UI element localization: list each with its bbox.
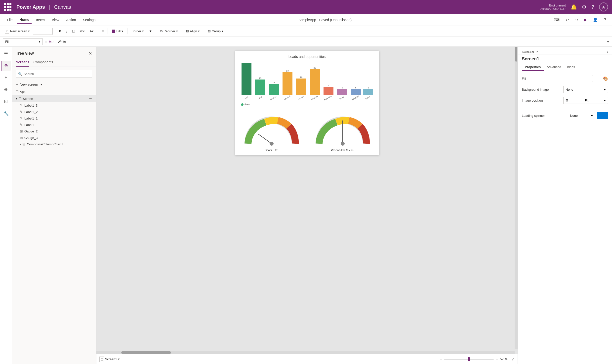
canvas-scroll[interactable]: Leads and opportunities 31 15 11 22 16 xyxy=(96,47,518,354)
hamburger-btn[interactable]: ☰ xyxy=(1,49,11,59)
treeview-tabs: Screens Components xyxy=(12,58,96,67)
user-btn[interactable]: 👤 xyxy=(591,16,600,24)
user-avatar[interactable]: A xyxy=(599,2,608,11)
menu-action[interactable]: Action xyxy=(63,16,79,23)
fx-label: fx › xyxy=(49,40,54,44)
app-grid-icon[interactable] xyxy=(4,3,11,11)
loading-spinner-label: Loading spinner xyxy=(522,114,545,118)
gear-icon[interactable]: ⚙ xyxy=(582,4,586,10)
italic-btn[interactable]: I xyxy=(64,28,69,34)
style-box[interactable] xyxy=(33,28,53,35)
codev-icon[interactable]: ⌨ xyxy=(552,16,562,24)
tree-item-gauge3[interactable]: ⊞ Gauge_3 xyxy=(12,134,96,141)
redo-btn[interactable]: ↪ xyxy=(573,16,580,24)
tools-btn[interactable]: 🔧 xyxy=(1,108,11,118)
scrollbar-vertical[interactable] xyxy=(515,47,518,349)
scrollbar-horizontal[interactable] xyxy=(96,351,515,354)
gauge2-icon: ⊞ xyxy=(20,129,23,133)
data-btn[interactable]: ⊕ xyxy=(1,84,11,94)
divider1 xyxy=(522,108,608,108)
tab-properties[interactable]: Properties xyxy=(522,64,544,71)
underline-btn[interactable]: U xyxy=(70,28,77,34)
fill-chevron: ▾ xyxy=(122,29,123,33)
svg-point-33 xyxy=(341,142,345,146)
tree-item-screen1[interactable]: ▾ □ Screen1 ··· xyxy=(12,95,96,102)
screen1-label: Screen1 xyxy=(23,97,35,101)
bell-icon[interactable]: 🔔 xyxy=(571,4,577,10)
image-position-dropdown[interactable]: ⊡ Fit ▾ xyxy=(563,97,608,104)
menu-view[interactable]: View xyxy=(49,16,62,23)
toolbar: □ New screen ▾ B I U abc A▾ ≡ Fill ▾ Bor… xyxy=(0,26,612,37)
gauge2-container: Probability % - 45 xyxy=(314,114,371,152)
font-color-btn[interactable]: A▾ xyxy=(88,28,96,34)
chevron-down-btn[interactable]: ▼ xyxy=(147,28,154,34)
reorder-btn[interactable]: ⧉ Reorder ▾ xyxy=(158,28,180,34)
border-btn[interactable]: Border ▾ xyxy=(129,28,146,34)
canvas-frame[interactable]: Leads and opportunities 31 15 11 22 16 xyxy=(235,51,379,155)
spinner-color-btn[interactable] xyxy=(597,112,608,119)
treeview-close-btn[interactable]: ✕ xyxy=(88,51,92,56)
tree-item-gauge2[interactable]: ⊞ Gauge_2 xyxy=(12,128,96,134)
search-box[interactable]: 🔍 xyxy=(16,70,92,78)
strikethrough-btn[interactable]: abc xyxy=(78,28,87,34)
fill-swatch[interactable] xyxy=(592,75,601,82)
media-btn[interactable]: ⊡ xyxy=(1,96,11,106)
align-icon: ⊟ xyxy=(186,29,189,33)
search-input[interactable] xyxy=(24,72,90,76)
group-btn[interactable]: ⊡ Group ▾ xyxy=(206,28,225,34)
loading-spinner-dropdown[interactable]: None ▾ xyxy=(568,112,595,119)
fill-paint-icon[interactable]: 🎨 xyxy=(603,76,608,81)
formula-property[interactable]: Fill ▾ xyxy=(3,38,43,45)
bold-btn[interactable]: B xyxy=(57,28,63,34)
play-btn[interactable]: ▶ xyxy=(582,16,589,24)
gauge1-container: Score 20 xyxy=(243,114,300,152)
tab-advanced[interactable]: Advanced xyxy=(544,64,564,71)
zoom-plus[interactable]: + xyxy=(496,357,498,362)
tree-item-composite[interactable]: › ⊞ CompositeColumnChart1 xyxy=(12,141,96,147)
formula-expand-icon[interactable]: ▾ xyxy=(607,39,609,44)
menu-home[interactable]: Home xyxy=(17,16,32,24)
menu-settings[interactable]: Settings xyxy=(80,16,99,23)
logo-separator: | xyxy=(49,4,50,10)
environment-info: Environment AuroraAPICnu45187 xyxy=(540,4,566,10)
bg-image-row: Background image None ▾ xyxy=(522,86,608,93)
tree-item-label1-3[interactable]: ✎ Label1_3 xyxy=(12,102,96,109)
fill-btn[interactable]: Fill ▾ xyxy=(110,28,125,34)
tab-screens[interactable]: Screens xyxy=(16,58,29,67)
bg-image-label: Background image xyxy=(522,88,549,91)
tab-components[interactable]: Components xyxy=(33,58,53,67)
zoom-slider[interactable] xyxy=(444,359,494,360)
add-btn[interactable]: + xyxy=(1,73,11,82)
svg-text:15: 15 xyxy=(259,77,261,80)
tree-item-label1[interactable]: ✎ Label1 xyxy=(12,121,96,128)
bg-image-dropdown[interactable]: None ▾ xyxy=(563,86,608,93)
border-label: Border xyxy=(131,29,141,33)
undo-btn[interactable]: ↩ xyxy=(564,16,571,24)
composite-icon: ⊞ xyxy=(22,142,25,146)
screen1-more[interactable]: ··· xyxy=(89,96,92,101)
tab-ideas[interactable]: Ideas xyxy=(564,64,578,71)
new-screen-btn[interactable]: □ New screen ▾ xyxy=(3,28,32,35)
help-icon[interactable]: ? xyxy=(591,4,594,10)
panel-expand-icon[interactable]: › xyxy=(607,50,608,54)
tree-item-app[interactable]: □ App xyxy=(12,88,96,95)
svg-rect-10 xyxy=(310,69,320,95)
fullscreen-btn[interactable]: ⤢ xyxy=(511,357,515,362)
align-layout-btn[interactable]: ⊟ Align ▾ xyxy=(184,28,202,34)
help-btn[interactable]: ? xyxy=(602,16,608,24)
formula-input[interactable] xyxy=(56,38,605,45)
zoom-minus[interactable]: − xyxy=(440,357,442,362)
layers-btn[interactable]: ⊛ xyxy=(1,61,11,71)
menu-file[interactable]: File xyxy=(4,16,16,23)
svg-text:New Yor...: New Yor... xyxy=(324,95,332,101)
zoom-thumb xyxy=(468,357,470,361)
tree-item-label1-1[interactable]: ✎ Label1_1 xyxy=(12,115,96,121)
svg-text:Seoul: Seoul xyxy=(339,96,344,100)
group-chevron: ▾ xyxy=(222,29,223,33)
panel-help-icon[interactable]: ? xyxy=(536,50,538,54)
tree-item-label1-2[interactable]: ✎ Label1_2 xyxy=(12,109,96,115)
menu-insert[interactable]: Insert xyxy=(33,16,48,23)
screen-name: Screen1 xyxy=(105,357,117,361)
new-screen-row[interactable]: + New screen ▾ xyxy=(12,81,96,88)
align-btn[interactable]: ≡ xyxy=(100,28,106,34)
